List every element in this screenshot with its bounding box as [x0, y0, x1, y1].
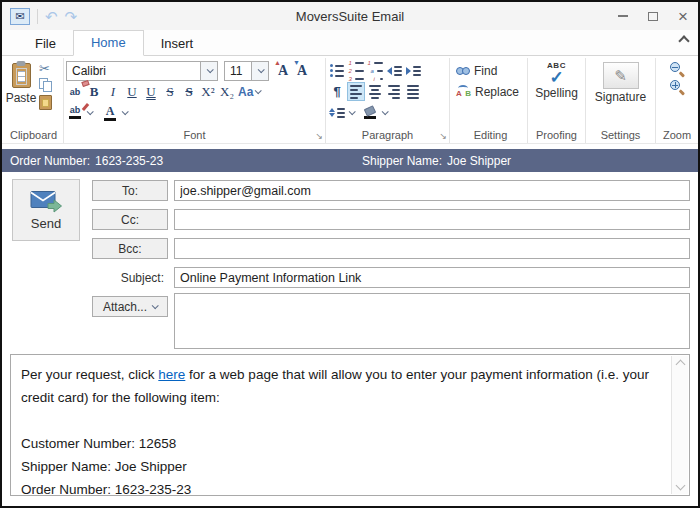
- ribbon-group-paragraph: 1 2 3 1 a i: [326, 58, 450, 143]
- mail-app-icon[interactable]: ✉: [10, 8, 30, 25]
- scroll-up-icon[interactable]: [675, 360, 685, 370]
- redo-icon[interactable]: ↷: [65, 9, 78, 24]
- to-input[interactable]: [174, 180, 690, 201]
- grow-font-button[interactable]: ▲A: [274, 61, 292, 80]
- paste-button[interactable]: Paste: [6, 60, 36, 110]
- zoom-out-icon: [670, 62, 680, 72]
- align-right-button[interactable]: [385, 82, 403, 101]
- to-button[interactable]: To:: [92, 180, 168, 201]
- increase-indent-icon: [406, 66, 421, 76]
- settings-group-label: Settings: [588, 128, 653, 143]
- window-controls: ×: [608, 4, 698, 28]
- replace-button[interactable]: AB Replace: [456, 81, 525, 102]
- chevron-down-icon[interactable]: [87, 108, 94, 115]
- align-center-button[interactable]: [366, 82, 384, 101]
- chevron-up-icon: [678, 35, 689, 46]
- font-family-dropdown[interactable]: [200, 62, 217, 80]
- underline-button[interactable]: U: [123, 82, 141, 101]
- editing-group-label: Editing: [456, 128, 525, 143]
- replace-icon: AB: [456, 85, 471, 98]
- ribbon-tab-row: File Home Insert: [2, 30, 698, 56]
- bcc-button[interactable]: Bcc:: [92, 238, 168, 259]
- signature-button[interactable]: ✎ Signature: [588, 60, 653, 104]
- bcc-input[interactable]: [174, 238, 690, 259]
- message-body[interactable]: Per your request, click here for a web p…: [10, 354, 690, 496]
- strikethrough-button[interactable]: S: [161, 82, 179, 101]
- scroll-down-icon[interactable]: [675, 481, 685, 491]
- close-button[interactable]: ×: [668, 4, 698, 28]
- align-right-icon: [388, 85, 400, 99]
- font-family-combobox[interactable]: Calibri: [66, 61, 218, 81]
- zoom-in-button[interactable]: [670, 80, 684, 94]
- shrink-font-button[interactable]: ▼A: [293, 61, 311, 80]
- font-color-button[interactable]: A: [101, 103, 119, 122]
- chevron-down-icon[interactable]: [122, 108, 129, 115]
- chevron-down-icon: [206, 66, 213, 73]
- text-highlight-button[interactable]: ab: [66, 103, 84, 122]
- chevron-down-icon[interactable]: [382, 108, 389, 115]
- ribbon-group-font: Calibri 11 ▲A ▼A ab B I U U S S X² X₂: [64, 58, 326, 143]
- attachments-box[interactable]: [174, 293, 690, 349]
- zoom-in-icon: [670, 80, 680, 90]
- subject-input[interactable]: [174, 267, 690, 288]
- checkmark-icon: ✓: [549, 70, 563, 85]
- numbered-list-button[interactable]: 1 2 3: [347, 61, 365, 80]
- undo-icon[interactable]: ↶: [45, 9, 58, 24]
- increase-indent-button[interactable]: [404, 61, 422, 80]
- body-scrollbar[interactable]: [671, 356, 688, 494]
- line-spacing-icon: [329, 108, 345, 118]
- binoculars-icon: [456, 67, 470, 75]
- superscript-button[interactable]: X²: [199, 82, 217, 101]
- clear-formatting-button[interactable]: ab: [66, 82, 84, 101]
- minimize-button[interactable]: [608, 4, 638, 28]
- paragraph-dialog-launcher[interactable]: ↘: [439, 132, 447, 141]
- replace-label: Replace: [475, 85, 519, 99]
- change-case-button[interactable]: Aa: [237, 82, 261, 101]
- cc-input[interactable]: [174, 209, 690, 230]
- cc-button[interactable]: Cc:: [92, 209, 168, 230]
- zoom-out-button[interactable]: [670, 62, 684, 76]
- font-size-dropdown[interactable]: [251, 62, 268, 80]
- minimize-icon: [618, 15, 628, 17]
- double-strikethrough-button[interactable]: S: [180, 82, 198, 101]
- payment-link[interactable]: here: [158, 367, 185, 382]
- bullet-list-icon: [330, 64, 344, 77]
- spelling-button[interactable]: ABC ✓ Spelling: [530, 60, 583, 100]
- cut-scissors-icon[interactable]: ✂: [39, 62, 52, 75]
- copy-icon[interactable]: [39, 78, 52, 92]
- collapse-ribbon-button[interactable]: [680, 37, 688, 45]
- font-size-value: 11: [225, 64, 251, 78]
- line-spacing-button[interactable]: [328, 103, 346, 122]
- find-label: Find: [474, 64, 497, 78]
- justify-button[interactable]: [404, 82, 422, 101]
- ribbon-group-clipboard: Paste ✂ Clipboard: [4, 58, 64, 143]
- paragraph-group-label: Paragraph: [328, 128, 447, 143]
- show-paragraph-marks-button[interactable]: ¶: [328, 82, 346, 101]
- paste-special-icon[interactable]: [39, 95, 52, 110]
- tab-insert[interactable]: Insert: [144, 32, 211, 56]
- subject-label: Subject:: [92, 267, 168, 288]
- find-button[interactable]: Find: [456, 60, 525, 81]
- maximize-icon: [648, 12, 658, 21]
- send-envelope-icon: [30, 189, 62, 213]
- decrease-indent-button[interactable]: [385, 61, 403, 80]
- clipboard-icon: [12, 63, 31, 88]
- font-size-combobox[interactable]: 11: [224, 61, 269, 81]
- multilevel-list-button[interactable]: 1 a i: [366, 61, 384, 80]
- body-customer-number-line: Customer Number: 12658: [21, 432, 659, 455]
- zoom-group-label: Zoom: [658, 128, 696, 143]
- send-button[interactable]: Send: [12, 179, 80, 241]
- shading-button[interactable]: [361, 103, 379, 122]
- maximize-button[interactable]: [638, 4, 668, 28]
- align-left-button[interactable]: [347, 82, 365, 101]
- paste-label: Paste: [6, 91, 37, 105]
- double-underline-button[interactable]: U: [142, 82, 160, 101]
- subscript-button[interactable]: X₂: [218, 82, 236, 101]
- tab-home[interactable]: Home: [73, 30, 144, 56]
- font-dialog-launcher[interactable]: ↘: [315, 132, 323, 141]
- chevron-down-icon[interactable]: [349, 108, 356, 115]
- tab-file[interactable]: File: [18, 32, 73, 56]
- bullet-list-button[interactable]: [328, 61, 346, 80]
- italic-button[interactable]: I: [104, 82, 122, 101]
- attach-button[interactable]: Attach...: [92, 296, 168, 317]
